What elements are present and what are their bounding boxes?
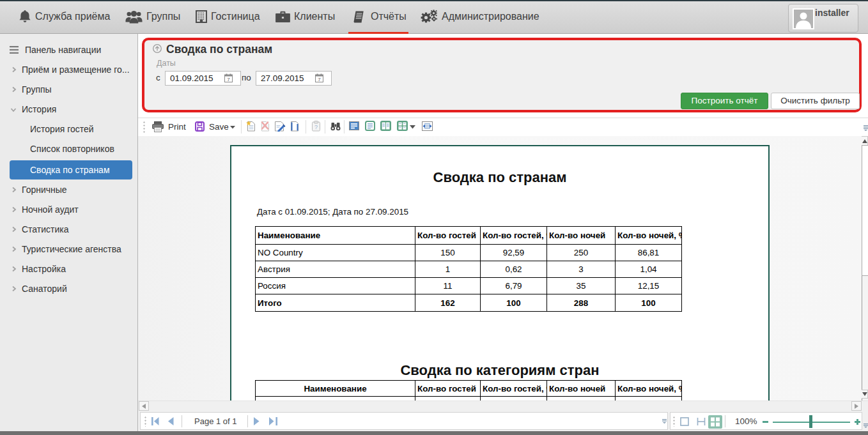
svg-text:7: 7 (318, 77, 321, 82)
svg-text:7: 7 (227, 77, 230, 82)
svg-text:?: ? (314, 124, 318, 130)
